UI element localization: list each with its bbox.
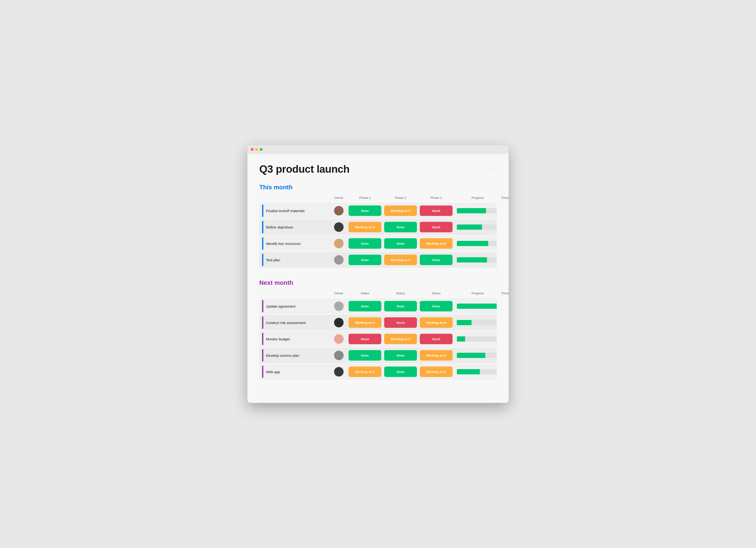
more-options-button[interactable]: ··· [490,166,497,172]
main-content: Q3 product launch ··· This monthOwnerPha… [247,154,509,403]
row-indicator [262,204,263,217]
col-header-5: Status [418,290,454,297]
page-title: Q3 product launch [259,163,350,175]
avatar [334,334,344,344]
col-header-4: Phase 2 [383,194,418,201]
row-label: Update agreement [264,304,331,308]
status-pill-phase1[interactable]: Working on it [349,367,381,377]
table-row: Update agreementDoneDoneDone★★★ [259,298,497,314]
minimize-button[interactable] [255,148,258,151]
col-header-5: Phase 3 [418,194,454,201]
table-row: Test planDoneWorking on itDone★★★ [259,252,497,268]
avatar [334,206,344,215]
status-pill-phase2[interactable]: Done [384,238,417,249]
status-pill-phase3[interactable]: Working on it [420,317,453,328]
col-header-1 [264,194,331,201]
col-header-3: Phase 1 [347,194,383,201]
progress-cell [454,304,497,309]
table-row: Refine objectivesWorking on itDoneStuck★… [259,219,497,235]
status-pill-phase2[interactable]: Done [384,350,417,361]
status-pill-phase1[interactable]: Working on it [349,222,381,232]
progress-cell [454,353,497,358]
row-indicator [262,300,263,313]
col-header-4: Status [383,290,418,297]
status-pill-phase2[interactable]: Working on it [384,254,417,265]
progress-cell [454,336,497,342]
status-pill-phase2[interactable]: Working on it [384,334,417,344]
traffic-lights [251,148,263,151]
col-header-6: Progress [454,194,501,201]
row-label: Finalize kickoff materials [264,209,331,213]
column-headers: OwnerPhase 1Phase 2Phase 3ProgressPriori… [259,193,497,202]
status-pill-phase1[interactable]: Done [349,238,381,249]
row-label: Conduct risk assessment [264,321,331,325]
progress-cell [454,241,497,246]
status-pill-phase3[interactable]: Done [420,254,453,265]
status-pill-phase1[interactable]: Done [349,254,381,265]
progress-cell [454,369,497,374]
status-pill-phase1[interactable]: Done [349,350,381,361]
status-pill-phase3[interactable]: Working on it [420,238,453,249]
page-header: Q3 product launch ··· [259,163,497,175]
table-row: Identify key resourcesDoneDoneWorking on… [259,235,497,251]
maximize-button[interactable] [260,148,263,151]
status-pill-phase3[interactable]: Working on it [420,367,453,377]
status-pill-phase3[interactable]: Stuck [420,205,453,216]
status-pill-phase2[interactable]: Stuck [384,317,417,328]
app-window: Q3 product launch ··· This monthOwnerPha… [247,145,509,403]
section-title-label: Next month [259,279,293,287]
col-header-7: Priority+ [501,194,509,201]
titlebar [247,145,509,154]
column-headers: OwnerStatusStatusStatusProgressPriority+ [259,289,497,298]
progress-cell [454,224,497,230]
row-label: Develop comms plan [264,354,331,358]
row-indicator [262,221,263,233]
status-pill-phase1[interactable]: Working on it [349,317,381,328]
section-this-month: This monthOwnerPhase 1Phase 2Phase 3Prog… [259,184,497,268]
status-pill-phase1[interactable]: Done [349,301,381,312]
col-header-1 [264,290,331,297]
row-indicator [262,349,263,362]
status-pill-phase3[interactable]: Working on it [420,350,453,361]
progress-cell [454,208,497,213]
avatar [334,302,344,311]
status-pill-phase3[interactable]: Done [420,301,453,312]
status-pill-phase2[interactable]: Done [384,367,417,377]
status-pill-phase2[interactable]: Done [384,301,417,312]
avatar [334,222,344,232]
avatar [334,351,344,360]
col-header-2: Owner [331,290,347,297]
status-pill-phase3[interactable]: Stuck [420,334,453,344]
row-label: Identify key resources [264,241,331,245]
row-indicator [262,237,263,250]
avatar [334,239,344,248]
status-pill-phase2[interactable]: Working on it [384,205,417,216]
table-row: Finalize kickoff materialsDoneWorking on… [259,203,497,218]
row-label: Refine objectives [264,225,331,229]
status-pill-phase1[interactable]: Done [349,205,381,216]
col-header-2: Owner [331,194,347,201]
col-header-0 [259,194,264,201]
status-pill-phase3[interactable]: Stuck [420,222,453,232]
section-title-label: This month [259,184,293,191]
section-title-row: This month [259,184,497,191]
row-indicator [262,366,263,378]
status-pill-phase1[interactable]: Stuck [349,334,381,344]
row-label: Monitor budget [264,337,331,341]
table-row: Develop comms planDoneDoneWorking on it★… [259,348,497,363]
col-header-3: Status [347,290,383,297]
avatar [334,318,344,327]
col-header-0 [259,290,264,297]
avatar [334,367,344,377]
progress-cell [454,320,497,325]
row-indicator [262,317,263,329]
sections-container: This monthOwnerPhase 1Phase 2Phase 3Prog… [259,184,497,380]
table-row: Monitor budgetStuckWorking on itStuck★★★ [259,331,497,347]
close-button[interactable] [251,148,254,151]
progress-cell [454,257,497,262]
section-title-row: Next month [259,279,497,287]
row-label: Web app [264,370,331,374]
status-pill-phase2[interactable]: Done [384,222,417,232]
section-next-month: Next monthOwnerStatusStatusStatusProgres… [259,279,497,380]
table-row: Web appWorking on itDoneWorking on it★★★ [259,364,497,380]
